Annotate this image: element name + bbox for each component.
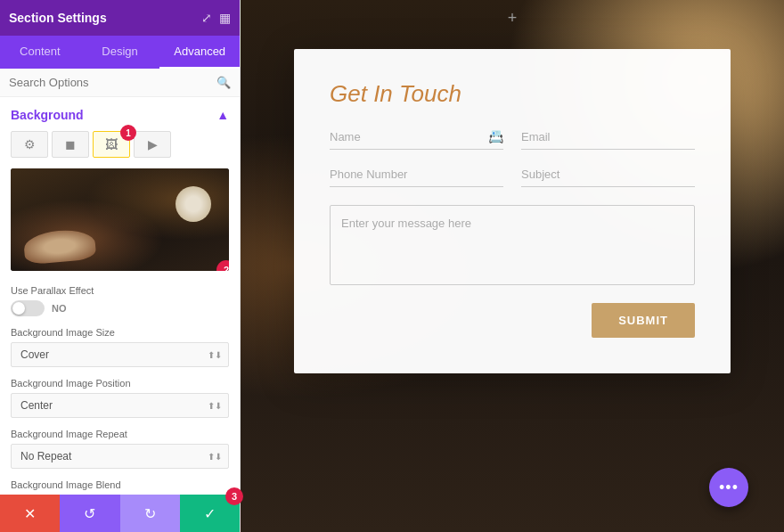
background-section-header: Background ▲ — [11, 108, 229, 122]
message-label: Enter your message here — [341, 217, 471, 230]
reset-button[interactable]: ↺ — [60, 495, 119, 532]
add-section-button[interactable]: + — [508, 9, 518, 28]
history-button[interactable]: ↻ — [120, 495, 180, 532]
form-row-name-email: Name 📇 Email — [330, 129, 695, 150]
bg-video-btn[interactable]: ▶ — [134, 131, 171, 158]
blend-label: Background Image Blend — [11, 479, 229, 490]
fab-button[interactable]: ••• — [709, 468, 748, 507]
reset-icon: ↺ — [84, 505, 95, 522]
repeat-setting: Background Image Repeat No Repeat Repeat… — [11, 429, 229, 469]
subject-label: Subject — [521, 168, 695, 181]
position-setting: Background Image Position Center Top Lef… — [11, 378, 229, 418]
name-label: Name — [330, 130, 488, 143]
cancel-button[interactable]: ✕ — [0, 495, 60, 532]
size-label: Background Image Size — [11, 327, 229, 338]
color-icon: ◼ — [65, 137, 76, 151]
position-label: Background Image Position — [11, 378, 229, 389]
sidebar: Section Settings ⤢ ▦ Content Design Adva… — [0, 0, 241, 532]
settings-icon: ⚙ — [24, 137, 36, 151]
name-field[interactable]: Name 📇 — [330, 129, 503, 150]
parallax-setting: Use Parallax Effect NO — [11, 285, 229, 316]
position-select-wrapper: Center Top Left Top Right Bottom Left Bo… — [11, 393, 229, 418]
message-field[interactable]: Enter your message here — [330, 205, 695, 285]
parallax-toggle-row: NO — [11, 300, 229, 316]
sidebar-header: Section Settings ⤢ ▦ — [0, 0, 240, 36]
tabs-bar: Content Design Advanced — [0, 36, 240, 69]
subject-field[interactable]: Subject — [521, 168, 695, 187]
collapse-icon[interactable]: ▲ — [216, 108, 229, 122]
sidebar-title: Section Settings — [9, 11, 107, 25]
bg-image-preview[interactable]: 2 — [11, 168, 229, 271]
video-icon: ▶ — [148, 137, 158, 151]
contact-form-card: Get In Touch Name 📇 Email Phone Number S… — [294, 49, 731, 373]
email-label: Email — [521, 130, 695, 143]
phone-field[interactable]: Phone Number — [330, 168, 503, 187]
badge-1: 1 — [120, 125, 136, 141]
bg-image-btn[interactable]: 🖼 1 — [93, 131, 130, 158]
parallax-label: Use Parallax Effect — [11, 285, 229, 296]
blend-setting: Background Image Blend Normal Multiply S… — [11, 479, 229, 495]
image-icon: 🖼 — [105, 137, 118, 151]
form-row-phone-subject: Phone Number Subject — [330, 168, 695, 187]
contact-card-icon: 📇 — [488, 129, 503, 143]
size-select-wrapper: Cover Contain Auto ⬆⬇ — [11, 342, 229, 367]
save-button[interactable]: ✓ 3 — [180, 495, 240, 532]
fab-icon: ••• — [719, 479, 739, 497]
submit-button[interactable]: SUBMIT — [592, 303, 695, 338]
bottom-toolbar: ✕ ↺ ↻ ✓ 3 — [0, 495, 240, 532]
save-icon: ✓ — [204, 505, 216, 522]
tab-content[interactable]: Content — [0, 36, 80, 69]
parallax-value: NO — [52, 303, 67, 314]
repeat-label: Background Image Repeat — [11, 429, 229, 439]
repeat-select-wrapper: No Repeat Repeat Repeat-X Repeat-Y ⬆⬇ — [11, 444, 229, 469]
phone-label: Phone Number — [330, 168, 503, 181]
form-submit-row: SUBMIT — [330, 303, 695, 338]
plus-icon: + — [508, 9, 518, 27]
sidebar-content: Background ▲ ⚙ ◼ 🖼 1 ▶ 2 Use P — [0, 97, 240, 495]
bg-image-scene — [11, 168, 229, 271]
size-setting: Background Image Size Cover Contain Auto… — [11, 327, 229, 367]
main-content: + Get In Touch Name 📇 Email Phone Number… — [241, 0, 784, 532]
search-icon: 🔍 — [216, 76, 231, 89]
position-select[interactable]: Center Top Left Top Right Bottom Left Bo… — [11, 393, 229, 418]
bg-color-btn[interactable]: ◼ — [52, 131, 89, 158]
size-select[interactable]: Cover Contain Auto — [11, 342, 229, 367]
form-title: Get In Touch — [330, 80, 695, 108]
bg-type-buttons: ⚙ ◼ 🖼 1 ▶ — [11, 131, 229, 158]
background-title: Background — [11, 108, 84, 122]
badge-3: 3 — [225, 487, 243, 505]
cancel-icon: ✕ — [24, 505, 36, 522]
header-icons: ⤢ ▦ — [201, 11, 231, 25]
history-icon: ↻ — [144, 505, 156, 522]
search-input[interactable] — [9, 76, 216, 89]
email-field[interactable]: Email — [521, 129, 695, 150]
repeat-select[interactable]: No Repeat Repeat Repeat-X Repeat-Y — [11, 444, 229, 469]
expand-icon[interactable]: ⤢ — [201, 11, 212, 25]
toggle-knob — [12, 302, 25, 315]
search-bar: 🔍 — [0, 69, 240, 97]
bg-none-btn[interactable]: ⚙ — [11, 131, 48, 158]
parallax-toggle[interactable] — [11, 300, 45, 316]
columns-icon[interactable]: ▦ — [219, 11, 231, 25]
tab-design[interactable]: Design — [80, 36, 160, 69]
tab-advanced[interactable]: Advanced — [159, 36, 240, 69]
